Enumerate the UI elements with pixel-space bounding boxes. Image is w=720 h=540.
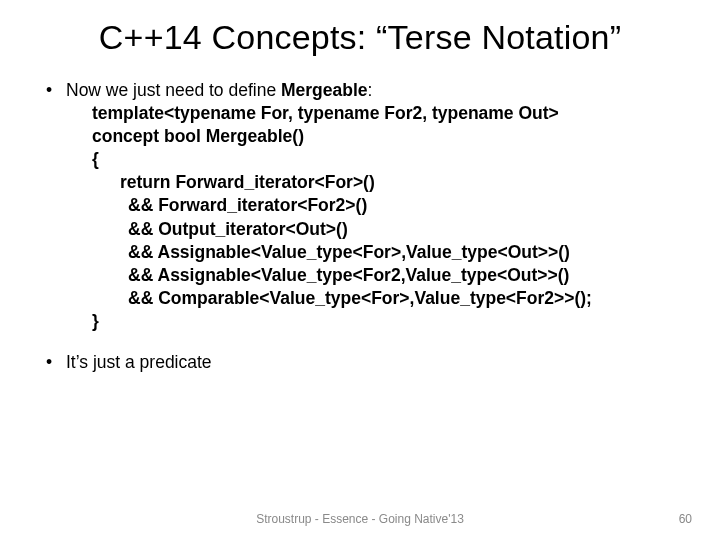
code-block: template<typename For, typename For2, ty… (92, 102, 684, 333)
code-line-10: } (92, 310, 684, 333)
footer: Stroustrup - Essence - Going Native'13 6… (0, 512, 720, 526)
code-line-8: && Assignable<Value_type<For2,Value_type… (128, 264, 684, 287)
code-line-3: { (92, 148, 684, 171)
page-number: 60 (679, 512, 692, 526)
code-line-9: && Comparable<Value_type<For>,Value_type… (128, 287, 684, 310)
code-line-4: return Forward_iterator<For>() (120, 171, 684, 194)
page-title: C++14 Concepts: “Terse Notation” (36, 18, 684, 57)
bullet-1: Now we just need to define Mergeable: (40, 79, 684, 102)
bullet-1-prefix: Now we just need to define (66, 80, 281, 100)
bullet-2-text: It’s just a predicate (66, 352, 212, 372)
code-line-7: && Assignable<Value_type<For>,Value_type… (128, 241, 684, 264)
bullet-1-bold: Mergeable (281, 80, 368, 100)
code-line-1: template<typename For, typename For2, ty… (92, 102, 684, 125)
slide-body: Now we just need to define Mergeable: te… (36, 79, 684, 374)
bullet-2: It’s just a predicate (40, 351, 684, 374)
code-line-2: concept bool Mergeable() (92, 125, 684, 148)
slide: C++14 Concepts: “Terse Notation” Now we … (0, 0, 720, 540)
return-keyword: return (120, 172, 171, 192)
bullet-1-suffix: : (368, 80, 373, 100)
footer-center: Stroustrup - Essence - Going Native'13 (0, 512, 720, 526)
code-line-5: && Forward_iterator<For2>() (128, 194, 684, 217)
code-line-4-rest: Forward_iterator<For>() (171, 172, 375, 192)
spacer (36, 333, 684, 351)
code-line-6: && Output_iterator<Out>() (128, 218, 684, 241)
